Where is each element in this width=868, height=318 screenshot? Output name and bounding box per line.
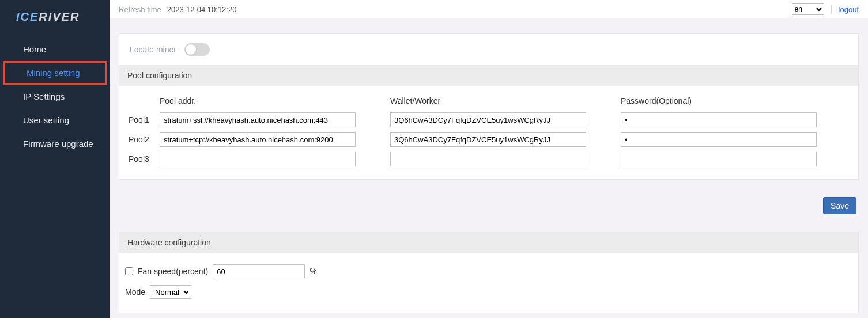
refresh-time-label: Refresh time — [119, 5, 161, 14]
pool-config-header: Pool configuration — [119, 65, 858, 86]
brand-logo: ICERIVER — [0, 0, 110, 34]
pool1-password-input[interactable] — [621, 112, 817, 127]
pool-row-2: Pool2 — [125, 130, 852, 149]
pool-header-password: Password(Optional) — [621, 96, 817, 105]
content: Locate miner Pool configuration Pool add… — [110, 18, 868, 318]
sidebar-nav: Home Mining setting IP Settings User set… — [0, 34, 110, 156]
pool-header-wallet: Wallet/Worker — [390, 96, 586, 105]
sidebar-item-mining-setting[interactable]: Mining setting — [3, 61, 107, 85]
topbar-divider — [831, 5, 832, 13]
pool-row-1: Pool1 — [125, 110, 852, 130]
sidebar: ICERIVER Home Mining setting IP Settings… — [0, 0, 110, 318]
panel-pool: Locate miner Pool configuration Pool add… — [119, 33, 859, 180]
fan-speed-label: Fan speed(percent) — [138, 267, 208, 276]
sidebar-item-user-setting[interactable]: User setting — [0, 108, 110, 132]
refresh-time-value: 2023-12-04 10:12:20 — [167, 5, 237, 14]
pool3-addr-input[interactable] — [160, 152, 356, 166]
sidebar-item-firmware-upgrade[interactable]: Firmware upgrade — [0, 132, 110, 156]
panel-hardware: Hardware configuration Fan speed(percent… — [119, 232, 859, 313]
main: Refresh time 2023-12-04 10:12:20 en logo… — [110, 0, 868, 318]
language-select[interactable]: en — [792, 3, 824, 15]
pool3-wallet-input[interactable] — [390, 152, 586, 166]
mode-row: Mode Normal — [125, 282, 852, 302]
toggle-knob — [186, 44, 196, 55]
pool-config-grid: Pool addr. Wallet/Worker Password(Option… — [119, 86, 858, 179]
percent-sign: % — [310, 267, 316, 276]
locate-miner-toggle[interactable] — [184, 43, 210, 56]
sidebar-item-home[interactable]: Home — [0, 37, 110, 61]
pool3-label: Pool3 — [125, 154, 160, 164]
fan-speed-checkbox[interactable] — [125, 267, 133, 275]
locate-miner-row: Locate miner — [119, 34, 858, 65]
pool1-wallet-input[interactable] — [390, 112, 586, 127]
fan-speed-row: Fan speed(percent) % — [125, 261, 852, 282]
brand-prefix: ICE — [16, 10, 39, 23]
save-button[interactable]: Save — [823, 197, 856, 214]
pool1-addr-input[interactable] — [160, 112, 356, 127]
fan-speed-input[interactable] — [213, 264, 305, 278]
locate-miner-label: Locate miner — [130, 45, 176, 54]
pool3-password-input[interactable] — [621, 152, 817, 166]
pool-header-addr: Pool addr. — [160, 96, 356, 105]
save-row: Save — [119, 197, 859, 214]
mode-select[interactable]: Normal — [150, 285, 191, 299]
sidebar-item-ip-settings[interactable]: IP Settings — [0, 85, 110, 108]
hardware-config-header: Hardware configuration — [119, 232, 858, 253]
pool2-wallet-input[interactable] — [390, 132, 586, 147]
logout-link[interactable]: logout — [839, 5, 859, 14]
pool-row-3: Pool3 — [125, 149, 852, 169]
brand-suffix: RIVER — [39, 10, 80, 23]
topbar: Refresh time 2023-12-04 10:12:20 en logo… — [110, 0, 868, 18]
pool-headers: Pool addr. Wallet/Worker Password(Option… — [125, 94, 852, 110]
mode-label: Mode — [125, 287, 145, 297]
pool2-label: Pool2 — [125, 135, 160, 144]
pool1-label: Pool1 — [125, 115, 160, 124]
pool2-password-input[interactable] — [621, 132, 817, 147]
pool2-addr-input[interactable] — [160, 132, 356, 147]
